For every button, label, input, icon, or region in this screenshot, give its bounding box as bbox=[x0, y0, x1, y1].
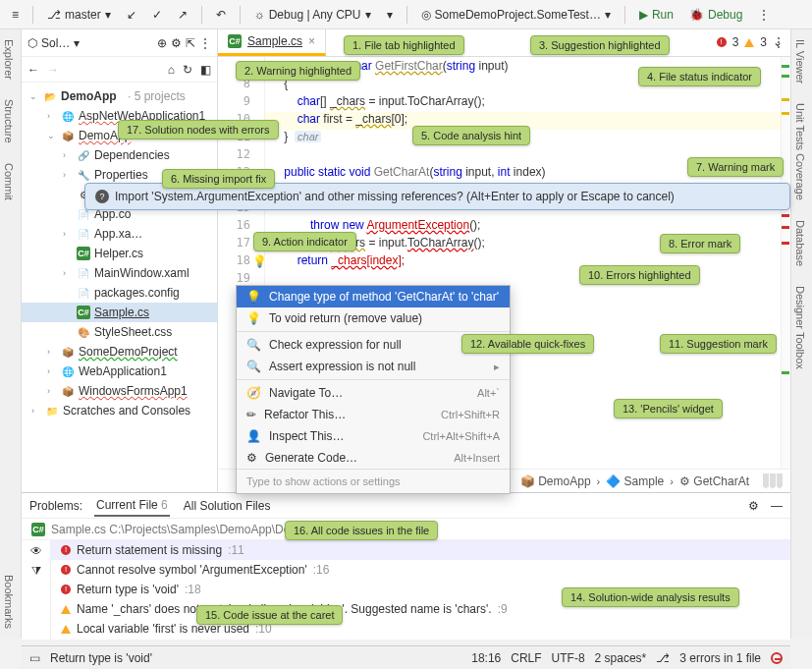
rail-il-viewer[interactable]: IL Viewer bbox=[791, 29, 809, 93]
more-icon[interactable]: ⋮ bbox=[752, 6, 776, 24]
show-all-icon[interactable]: ◧ bbox=[200, 63, 211, 77]
quickfix-menu: 💡Change type of method 'GetCharAt' to 'c… bbox=[236, 285, 511, 494]
action-bulb-icon[interactable]: 💡 bbox=[252, 254, 264, 266]
problems-tab-current[interactable]: Current File 6 bbox=[94, 495, 170, 517]
tree-node[interactable]: ›📁Scratches and Consoles bbox=[22, 401, 217, 420]
back-icon[interactable]: ← bbox=[27, 63, 39, 77]
status-swea[interactable]: 3 errors in 1 file bbox=[679, 651, 761, 665]
debug-button[interactable]: 🐞 Debug bbox=[683, 6, 748, 24]
swea-indicator-icon[interactable] bbox=[771, 652, 783, 664]
status-pos[interactable]: 18:16 bbox=[471, 651, 501, 665]
home-icon[interactable]: ⌂ bbox=[168, 63, 175, 77]
fwd-icon[interactable]: → bbox=[47, 63, 59, 77]
filter-icon[interactable]: ⧩ bbox=[31, 564, 41, 578]
vcs-commit-icon[interactable]: ✓ bbox=[146, 6, 168, 24]
vcs-update-icon[interactable]: ↙ bbox=[121, 6, 142, 24]
node-label: WindowsFormsApp1 bbox=[79, 384, 188, 398]
more-icon[interactable]: ⋮ bbox=[199, 36, 211, 50]
hide-icon[interactable]: — bbox=[771, 499, 783, 513]
file-tab-sample[interactable]: C# Sample.cs × bbox=[218, 29, 326, 56]
pencils-widget[interactable] bbox=[763, 474, 783, 489]
stripe-mark[interactable] bbox=[782, 371, 789, 374]
status-caret-msg: Return type is 'void' bbox=[50, 651, 152, 665]
breadcrumb-item[interactable]: 📦 DemoApp bbox=[520, 474, 591, 488]
annotation-callout: 10. Errors highlighted bbox=[579, 265, 700, 285]
status-encoding[interactable]: UTF-8 bbox=[552, 651, 585, 665]
problem-row[interactable]: !Return statement is missing:11 bbox=[51, 540, 790, 560]
collapse-icon[interactable]: ⇱ bbox=[186, 36, 195, 50]
config-dropdown-icon[interactable]: ▾ bbox=[381, 6, 399, 24]
scope-label[interactable]: Sol… bbox=[41, 36, 70, 50]
vcs-push-icon[interactable]: ↗ bbox=[172, 6, 193, 24]
tree-node[interactable]: ›📦WindowsFormsApp1 bbox=[22, 381, 217, 401]
rail-commit[interactable]: Commit bbox=[0, 153, 18, 210]
quickfix-item[interactable]: 💡To void return (remove value) bbox=[237, 307, 510, 329]
node-icon: 📄 bbox=[77, 266, 90, 280]
node-label: App.xa… bbox=[94, 227, 142, 241]
scope-icon[interactable]: ⬡ bbox=[27, 36, 37, 50]
eye-icon[interactable]: 👁 bbox=[30, 544, 42, 558]
error-stripe[interactable] bbox=[781, 57, 790, 469]
settings-icon[interactable]: ⚙ bbox=[171, 36, 182, 50]
tree-node[interactable]: ›🌐WebApplication1 bbox=[22, 362, 217, 381]
node-icon: 📦 bbox=[61, 345, 75, 359]
breadcrumb-item[interactable]: 🔷 Sample bbox=[606, 474, 664, 488]
rail-bookmarks[interactable]: Bookmarks bbox=[0, 565, 18, 639]
stripe-mark[interactable] bbox=[782, 112, 789, 115]
run-button[interactable]: ▶ Run bbox=[633, 6, 679, 24]
problems-panel: Problems: Current File 6 All Solution Fi… bbox=[22, 492, 790, 640]
tree-node[interactable]: ›🔗Dependencies bbox=[22, 145, 217, 165]
status-line-sep[interactable]: CRLF bbox=[511, 651, 541, 665]
status-indent[interactable]: 2 spaces* bbox=[595, 651, 647, 665]
sync-icon[interactable]: ↻ bbox=[183, 63, 192, 77]
annotation-callout: 3. Suggestion highlighted bbox=[530, 35, 670, 55]
tree-node[interactable]: C#Sample.cs bbox=[22, 303, 217, 322]
stripe-mark[interactable] bbox=[782, 98, 789, 101]
add-icon[interactable]: ⊕ bbox=[157, 36, 167, 50]
status-git-icon[interactable]: ⎇ bbox=[656, 651, 670, 665]
gear-icon[interactable]: ⚙ bbox=[748, 499, 759, 513]
breadcrumb-item[interactable]: ⚙ GetCharAt bbox=[679, 474, 749, 488]
rail-structure[interactable]: Structure bbox=[0, 89, 18, 153]
tree-node[interactable]: ›📄App.xa… bbox=[22, 224, 217, 244]
problem-row[interactable]: !Cannot resolve symbol 'ArgumentExceptio… bbox=[51, 560, 790, 580]
vcs-branch[interactable]: ⎇ master ▾ bbox=[41, 6, 117, 24]
quickfix-item[interactable]: 🔍Assert expression is not null▸ bbox=[237, 356, 510, 377]
tree-node[interactable]: 🎨StyleSheet.css bbox=[22, 322, 217, 342]
tree-root[interactable]: ⌄ 📂 DemoApp · 5 projects bbox=[22, 86, 217, 106]
undo-icon[interactable]: ↶ bbox=[210, 6, 232, 24]
quickfix-item[interactable]: ✏Refactor This…Ctrl+Shift+R bbox=[237, 404, 510, 425]
problems-tab-all[interactable]: All Solution Files bbox=[182, 496, 273, 516]
quickfix-item[interactable]: 💡Change type of method 'GetCharAt' to 'c… bbox=[237, 286, 510, 307]
stripe-mark[interactable] bbox=[782, 242, 789, 245]
import-popup-text: Import 'System.ArgumentException' and ot… bbox=[115, 190, 675, 203]
rail-explorer[interactable]: Explorer bbox=[0, 29, 18, 89]
stripe-mark[interactable] bbox=[782, 226, 789, 229]
run-target[interactable]: ◎ SomeDemoProject.SomeTest…▾ bbox=[415, 6, 617, 24]
warning-icon bbox=[61, 605, 71, 614]
chevron-down-icon[interactable]: ⌄ bbox=[773, 35, 783, 49]
rail-database[interactable]: Database bbox=[791, 210, 809, 276]
quickfix-item[interactable]: 🧭Navigate To…Alt+` bbox=[237, 382, 510, 404]
tree-node[interactable]: ›📄MainWindow.xaml bbox=[22, 263, 217, 283]
stripe-mark[interactable] bbox=[782, 65, 789, 68]
node-icon: 🔧 bbox=[77, 168, 90, 182]
quickfix-item[interactable]: ⚙Generate Code…Alt+Insert bbox=[237, 447, 510, 469]
rail-coverage[interactable]: Unit Tests Coverage bbox=[791, 93, 809, 210]
quickfix-item[interactable]: 👤Inspect This…Ctrl+Alt+Shift+A bbox=[237, 425, 510, 447]
file-status-indicator[interactable]: !3 3 ⌄ bbox=[717, 35, 783, 49]
tree-node[interactable]: 📄packages.config bbox=[22, 283, 217, 303]
tree-node[interactable]: C#Helper.cs bbox=[22, 244, 217, 263]
qf-icon: 🧭 bbox=[246, 386, 261, 400]
close-tab-icon[interactable]: × bbox=[308, 34, 315, 48]
node-icon: 📦 bbox=[61, 129, 75, 142]
annotation-callout: 6. Missing import fix bbox=[162, 169, 275, 189]
tree-node[interactable]: ›📦SomeDemoProject bbox=[22, 342, 217, 362]
stripe-mark[interactable] bbox=[782, 75, 789, 78]
stripe-mark[interactable] bbox=[782, 214, 789, 217]
problem-row[interactable]: Local variable 'first' is never used:10 bbox=[51, 619, 790, 639]
run-config[interactable]: ☼ Debug | Any CPU ▾ bbox=[248, 6, 377, 24]
menu-icon[interactable]: ≡ bbox=[6, 6, 25, 24]
rail-designer[interactable]: Designer Toolbox bbox=[791, 276, 809, 379]
csharp-icon: C# bbox=[228, 34, 242, 48]
